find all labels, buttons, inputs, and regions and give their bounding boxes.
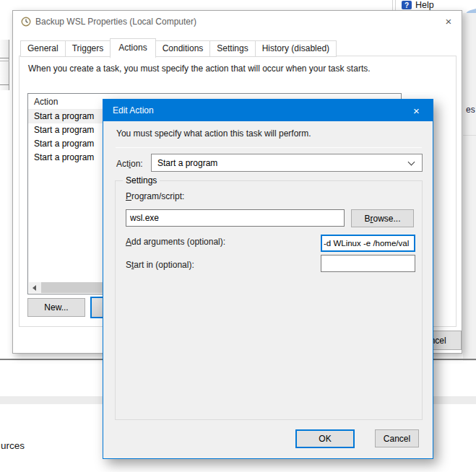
ok-button[interactable]: OK bbox=[295, 429, 355, 448]
action-select[interactable]: Start a program bbox=[151, 154, 423, 172]
scroll-left-icon bbox=[33, 285, 36, 291]
dialog-titlebar: Edit Action bbox=[103, 100, 433, 121]
tab-conditions[interactable]: Conditions bbox=[155, 40, 211, 57]
add-arguments-label: Add arguments (optional): bbox=[126, 237, 225, 247]
tab-actions[interactable]: Actions bbox=[110, 38, 155, 58]
separator bbox=[116, 147, 422, 148]
start-in-label: Start in (optional): bbox=[126, 260, 194, 270]
divider bbox=[0, 84, 9, 85]
tab-general[interactable]: General bbox=[20, 40, 66, 57]
program-script-label: Program/script: bbox=[126, 191, 184, 201]
help-label: Help bbox=[415, 0, 434, 10]
tab-triggers[interactable]: Triggers bbox=[65, 40, 111, 57]
tab-strip: General Triggers Actions Conditions Sett… bbox=[20, 38, 336, 57]
chevron-down-icon bbox=[408, 159, 415, 166]
left-pane-edge bbox=[0, 40, 9, 90]
close-icon: × bbox=[446, 15, 452, 27]
actions-pane-partial-text: es bbox=[466, 105, 475, 115]
tab-history[interactable]: History (disabled) bbox=[255, 40, 337, 57]
divider bbox=[0, 61, 9, 61]
start-in-input[interactable] bbox=[321, 255, 415, 272]
new-button[interactable]: New... bbox=[27, 298, 85, 317]
clock-icon bbox=[21, 17, 31, 27]
action-label: Action: bbox=[116, 159, 143, 169]
window-titlebar: Backup WSL Properties (Local Computer) bbox=[13, 11, 462, 32]
divider bbox=[463, 135, 476, 136]
tab-settings[interactable]: Settings bbox=[209, 40, 255, 57]
dialog-close-button[interactable]: × bbox=[400, 100, 433, 121]
close-button[interactable]: × bbox=[436, 12, 461, 31]
program-script-input[interactable] bbox=[126, 209, 345, 227]
action-selected-value: Start a program bbox=[157, 158, 217, 168]
settings-group-label: Settings bbox=[123, 175, 160, 185]
browse-button[interactable]: Browse... bbox=[351, 209, 414, 227]
close-icon: × bbox=[413, 105, 420, 117]
divider bbox=[0, 58, 9, 58]
window-title: Backup WSL Properties (Local Computer) bbox=[35, 17, 196, 27]
add-arguments-input[interactable] bbox=[321, 235, 415, 252]
help-button[interactable]: ? Help bbox=[402, 0, 434, 10]
screen: ? Help es urces Backup WSL Properties (L… bbox=[0, 0, 476, 472]
dialog-intro-text: You must specify what action this task w… bbox=[116, 128, 311, 139]
task-description: When you create a task, you must specify… bbox=[28, 64, 433, 74]
settings-group: Settings Program/script: Browse... Add a… bbox=[115, 180, 423, 420]
edit-action-dialog: Edit Action × You must specify what acti… bbox=[103, 99, 433, 459]
scroll-left-button[interactable] bbox=[29, 282, 40, 293]
help-icon: ? bbox=[402, 1, 412, 9]
bottom-partial-text: urces bbox=[1, 440, 25, 451]
cancel-button[interactable]: Cancel bbox=[375, 429, 419, 447]
dialog-title: Edit Action bbox=[113, 105, 154, 115]
actions-pane-edge bbox=[463, 13, 476, 361]
